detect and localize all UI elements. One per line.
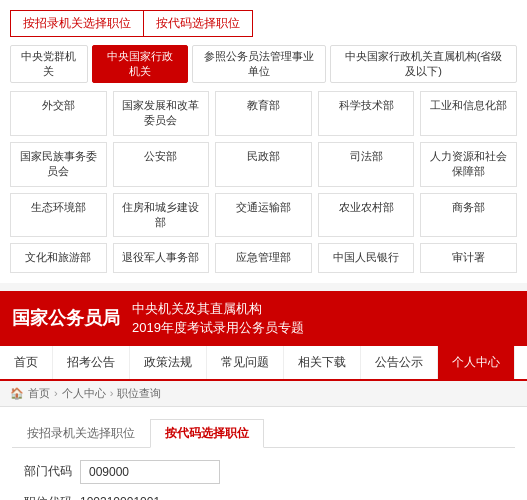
dept-item[interactable]: 国家发展和改革委员会 — [113, 91, 210, 136]
breadcrumb-icon: 🏠 — [10, 387, 24, 400]
sub-tab-provincial[interactable]: 中央国家行政机关直属机构(省级及以下) — [330, 45, 517, 83]
nav-policy[interactable]: 政策法规 — [130, 346, 207, 379]
breadcrumb: 🏠 首页 › 个人中心 › 职位查询 — [0, 381, 527, 407]
site-title-line2: 2019年度考试录用公务员专题 — [132, 318, 304, 338]
dept-item[interactable]: 科学技术部 — [318, 91, 415, 136]
dept-item[interactable]: 公安部 — [113, 142, 210, 187]
site-title-line1: 中央机关及其直属机构 — [132, 299, 304, 319]
nav-announcement[interactable]: 招考公告 — [53, 346, 130, 379]
dept-item[interactable]: 审计署 — [420, 243, 517, 272]
site-title: 中央机关及其直属机构 2019年度考试录用公务员专题 — [132, 299, 304, 338]
dept-item[interactable]: 民政部 — [215, 142, 312, 187]
dept-item[interactable]: 外交部 — [10, 91, 107, 136]
sub-tab-admin[interactable]: 中央国家行政机关 — [92, 45, 189, 83]
breadcrumb-sep2: › — [110, 387, 114, 399]
nav-notice[interactable]: 公告公示 — [361, 346, 438, 379]
site-nav: 首页 招考公告 政策法规 常见问题 相关下载 公告公示 个人中心 — [0, 346, 527, 381]
nav-home[interactable]: 首页 — [0, 346, 53, 379]
dept-item[interactable]: 人力资源和社会保障部 — [420, 142, 517, 187]
dept-item[interactable]: 商务部 — [420, 193, 517, 238]
content-area: 按招录机关选择职位 按代码选择职位 部门代码 职位代码 100210001001… — [0, 407, 527, 500]
breadcrumb-personal[interactable]: 个人中心 — [62, 386, 106, 401]
dept-item[interactable]: 交通运输部 — [215, 193, 312, 238]
dept-item[interactable]: 司法部 — [318, 142, 415, 187]
dept-code-row: 部门代码 — [12, 460, 515, 484]
inner-tab-by-org[interactable]: 按招录机关选择职位 — [12, 419, 150, 448]
dept-item[interactable]: 教育部 — [215, 91, 312, 136]
sub-tab-ref[interactable]: 参照公务员法管理事业单位 — [192, 45, 326, 83]
dept-item[interactable]: 文化和旅游部 — [10, 243, 107, 272]
tab-by-code[interactable]: 按代码选择职位 — [143, 10, 253, 37]
job-code-row: 职位代码 100210001001 — [12, 494, 515, 500]
inner-tab-row: 按招录机关选择职位 按代码选择职位 — [12, 419, 515, 448]
breadcrumb-sep1: › — [54, 387, 58, 399]
dept-item[interactable]: 生态环境部 — [10, 193, 107, 238]
site-header: 国家公务员局 中央机关及其直属机构 2019年度考试录用公务员专题 — [0, 291, 527, 346]
dept-item[interactable]: 住房和城乡建设部 — [113, 193, 210, 238]
site-logo: 国家公务员局 — [12, 306, 120, 330]
top-tab-row: 按招录机关选择职位 按代码选择职位 — [10, 10, 517, 37]
tab-by-org[interactable]: 按招录机关选择职位 — [10, 10, 143, 37]
dept-grid: 外交部 国家发展和改革委员会 教育部 科学技术部 工业和信息化部 国家民族事务委… — [10, 91, 517, 273]
nav-personal[interactable]: 个人中心 — [438, 346, 515, 379]
dept-item[interactable]: 退役军人事务部 — [113, 243, 210, 272]
dept-code-label: 部门代码 — [12, 463, 72, 480]
dept-item[interactable]: 农业农村部 — [318, 193, 415, 238]
nav-download[interactable]: 相关下载 — [284, 346, 361, 379]
breadcrumb-home[interactable]: 首页 — [28, 386, 50, 401]
dept-item[interactable]: 应急管理部 — [215, 243, 312, 272]
job-code-value: 100210001001 — [80, 495, 160, 500]
dept-item[interactable]: 中国人民银行 — [318, 243, 415, 272]
job-code-label: 职位代码 — [12, 494, 72, 500]
nav-faq[interactable]: 常见问题 — [207, 346, 284, 379]
dept-item[interactable]: 工业和信息化部 — [420, 91, 517, 136]
breadcrumb-job-search: 职位查询 — [117, 386, 161, 401]
top-section: 按招录机关选择职位 按代码选择职位 中央党群机关 中央国家行政机关 参照公务员法… — [0, 0, 527, 283]
sub-tab-row: 中央党群机关 中央国家行政机关 参照公务员法管理事业单位 中央国家行政机关直属机… — [10, 45, 517, 83]
inner-tab-by-code[interactable]: 按代码选择职位 — [150, 419, 264, 448]
sub-tab-party[interactable]: 中央党群机关 — [10, 45, 88, 83]
dept-code-input[interactable] — [80, 460, 220, 484]
dept-item[interactable]: 国家民族事务委员会 — [10, 142, 107, 187]
